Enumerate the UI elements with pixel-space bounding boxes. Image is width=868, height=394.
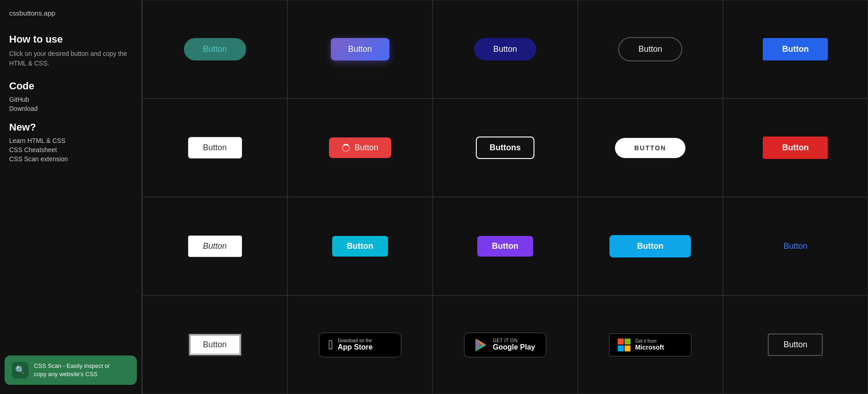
site-title: cssbuttons.app xyxy=(9,9,132,17)
css-scan-promo-text: CSS Scan - Easily inspect or copy any we… xyxy=(34,362,110,378)
grid-cell-r2c4[interactable]: BUTTON xyxy=(578,98,723,197)
grid-cell-r1c4[interactable]: Button xyxy=(578,0,723,98)
loading-spinner xyxy=(342,144,350,152)
grid-cell-r1c3[interactable]: Button xyxy=(432,0,577,98)
css-scan-ext-link[interactable]: CSS Scan extension xyxy=(9,155,132,163)
btn-microsoft[interactable]: Get it from Microsoft xyxy=(609,334,691,356)
grid-cell-r2c5[interactable]: Button xyxy=(723,98,868,197)
grid-cell-r3c1[interactable]: Button xyxy=(142,197,287,296)
grid-cell-r3c2[interactable]: Button xyxy=(287,197,432,296)
microsoft-logo xyxy=(618,339,631,351)
grid-cell-r1c1[interactable]: Button xyxy=(142,0,287,98)
btn-teal[interactable]: Button xyxy=(184,38,246,60)
grid-cell-r4c3[interactable]: GET IT ON Google Play xyxy=(432,296,577,394)
grid-cell-r2c1[interactable]: Button xyxy=(142,98,287,197)
grid-cell-r2c3[interactable]: Buttons xyxy=(432,98,577,197)
app-store-text: Download on the App Store xyxy=(338,338,372,351)
btn-dark-blue[interactable]: Button xyxy=(474,38,536,60)
grid-cell-r1c5[interactable]: Button xyxy=(723,0,868,98)
google-play-text: GET IT ON Google Play xyxy=(493,338,535,351)
btn-google-play[interactable]: GET IT ON Google Play xyxy=(464,333,546,357)
btn-black-outline[interactable]: Buttons xyxy=(476,137,534,159)
btn-purple-grad[interactable]: Button xyxy=(331,38,389,60)
grid-cell-r4c4[interactable]: Get it from Microsoft xyxy=(578,296,723,394)
how-to-use-heading: How to use xyxy=(9,33,132,45)
btn-outline-dark[interactable]: Button xyxy=(618,37,682,61)
grid-cell-r4c5[interactable]: Button xyxy=(723,296,868,394)
grid-cell-r3c5[interactable]: Button xyxy=(723,197,868,296)
apple-icon:  xyxy=(329,338,333,352)
new-heading: New? xyxy=(9,121,132,133)
btn-blue-solid[interactable]: Button xyxy=(763,38,828,60)
btn-white-pill[interactable]: BUTTON xyxy=(615,138,685,158)
code-heading: Code xyxy=(9,80,132,92)
grid-cell-r4c1[interactable]: Button xyxy=(142,296,287,394)
button-grid: Button Button Button Button Button Butto… xyxy=(142,0,868,394)
btn-ghost-blue[interactable]: Button xyxy=(783,241,807,251)
learn-html-css-link[interactable]: Learn HTML & CSS xyxy=(9,137,132,144)
btn-italic-outline[interactable]: Button xyxy=(188,235,242,257)
how-to-use-text: Click on your desired button and copy th… xyxy=(9,49,132,68)
css-cheatsheet-link[interactable]: CSS Cheatsheet xyxy=(9,146,132,153)
css-scan-promo-icon: 🔍 xyxy=(12,362,28,378)
btn-sky-wide[interactable]: Button xyxy=(609,235,691,257)
github-link[interactable]: GitHub xyxy=(9,96,132,103)
btn-white-outline[interactable]: Button xyxy=(188,137,242,159)
btn-cyan[interactable]: Button xyxy=(332,236,388,257)
grid-cell-r1c2[interactable]: Button xyxy=(287,0,432,98)
sidebar: cssbuttons.app How to use Click on your … xyxy=(0,0,142,394)
btn-red-loading[interactable]: Button xyxy=(329,137,391,158)
css-scan-promo[interactable]: 🔍 CSS Scan - Easily inspect or copy any … xyxy=(5,356,137,385)
grid-cell-r3c4[interactable]: Button xyxy=(578,197,723,296)
btn-violet[interactable]: Button xyxy=(477,236,533,257)
btn-double-border[interactable]: Button xyxy=(188,333,242,356)
google-play-icon xyxy=(474,338,488,352)
microsoft-store-text: Get it from Microsoft xyxy=(635,339,664,351)
btn-app-store[interactable]:  Download on the App Store xyxy=(319,333,401,357)
grid-cell-r4c2[interactable]:  Download on the App Store xyxy=(287,296,432,394)
grid-cell-r2c2[interactable]: Button xyxy=(287,98,432,197)
btn-red-solid[interactable]: Button xyxy=(763,137,828,159)
download-link[interactable]: Download xyxy=(9,105,132,112)
grid-cell-r3c3[interactable]: Button xyxy=(432,197,577,296)
btn-border-only[interactable]: Button xyxy=(768,334,823,356)
